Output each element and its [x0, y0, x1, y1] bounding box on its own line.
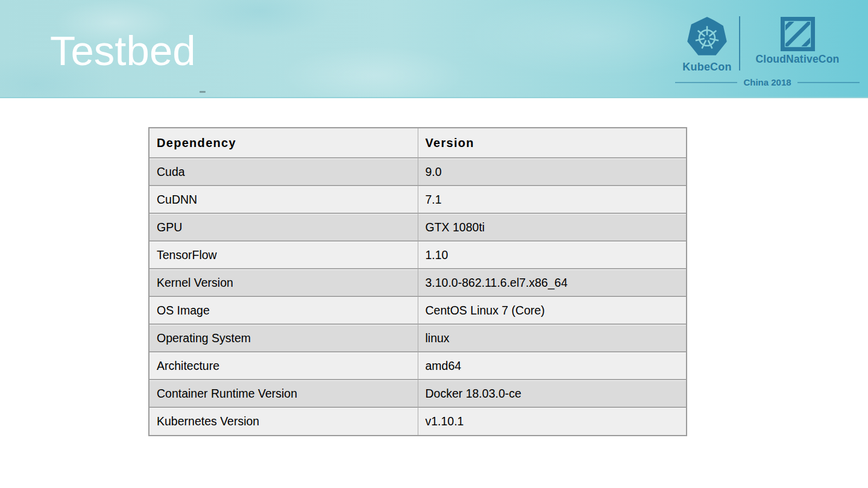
event-name: China 2018 [743, 77, 791, 87]
dependency-cell: TensorFlow [149, 241, 418, 269]
table-row: TensorFlow1.10 [149, 241, 686, 269]
table-header: Dependency Version [149, 128, 686, 158]
table-row: OS ImageCentOS Linux 7 (Core) [149, 296, 686, 324]
dependency-cell: CuDNN [149, 186, 418, 213]
table-row: Container Runtime VersionDocker 18.03.0-… [149, 380, 686, 407]
version-cell: linux [418, 324, 686, 352]
dependency-cell: OS Image [149, 296, 418, 324]
dependency-cell: Kernel Version [149, 269, 418, 296]
kubecon-wordmark: KubeCon [680, 61, 734, 74]
cloudnativecon-square-icon [781, 17, 815, 51]
table-row: Cuda9.0 [149, 158, 686, 186]
dependency-cell: GPU [149, 213, 418, 241]
title-banner: Testbed [0, 0, 868, 98]
page-title: Testbed [50, 30, 196, 72]
version-cell: 1.10 [418, 241, 686, 269]
version-cell: Docker 18.03.0-ce [418, 380, 686, 407]
slide: Testbed [0, 0, 868, 488]
dependency-table-grid: Dependency Version Cuda9.0CuDNN7.1GPUGTX… [149, 128, 686, 435]
dependency-column-header: Dependency [149, 128, 418, 158]
kubernetes-helm-icon [686, 15, 728, 59]
table-row: CuDNN7.1 [149, 186, 686, 213]
version-cell: amd64 [418, 352, 686, 380]
dependency-cell: Cuda [149, 158, 418, 186]
table-row: GPUGTX 1080ti [149, 213, 686, 241]
conference-logos: KubeCon CloudNativeCon [663, 0, 868, 98]
version-cell: GTX 1080ti [418, 213, 686, 241]
version-cell: v1.10.1 [418, 407, 686, 435]
watercolor-speck [200, 91, 206, 93]
event-name-row: China 2018 [675, 77, 860, 87]
table-row: Architectureamd64 [149, 352, 686, 380]
table-row: Operating Systemlinux [149, 324, 686, 352]
dependency-cell: Architecture [149, 352, 418, 380]
kubecon-logo: KubeCon [680, 15, 734, 74]
header-row: Dependency Version [149, 128, 686, 158]
table-row: Kernel Version3.10.0-862.11.6.el7.x86_64 [149, 269, 686, 296]
cloudnativecon-wordmark: CloudNativeCon [749, 53, 846, 66]
version-cell: CentOS Linux 7 (Core) [418, 296, 686, 324]
dependency-table: Dependency Version Cuda9.0CuDNN7.1GPUGTX… [148, 127, 687, 436]
version-cell: 7.1 [418, 186, 686, 213]
event-rule-right [797, 82, 860, 83]
version-column-header: Version [418, 128, 686, 158]
event-rule-left [675, 82, 737, 83]
dependency-cell: Operating System [149, 324, 418, 352]
dependency-cell: Container Runtime Version [149, 380, 418, 407]
version-cell: 3.10.0-862.11.6.el7.x86_64 [418, 269, 686, 296]
cloudnativecon-logo: CloudNativeCon [749, 17, 846, 66]
version-cell: 9.0 [418, 158, 686, 186]
logo-divider [739, 16, 740, 70]
table-row: Kubernetes Versionv1.10.1 [149, 407, 686, 435]
dependency-table-body: Cuda9.0CuDNN7.1GPUGTX 1080tiTensorFlow1.… [149, 158, 686, 435]
dependency-cell: Kubernetes Version [149, 407, 418, 435]
